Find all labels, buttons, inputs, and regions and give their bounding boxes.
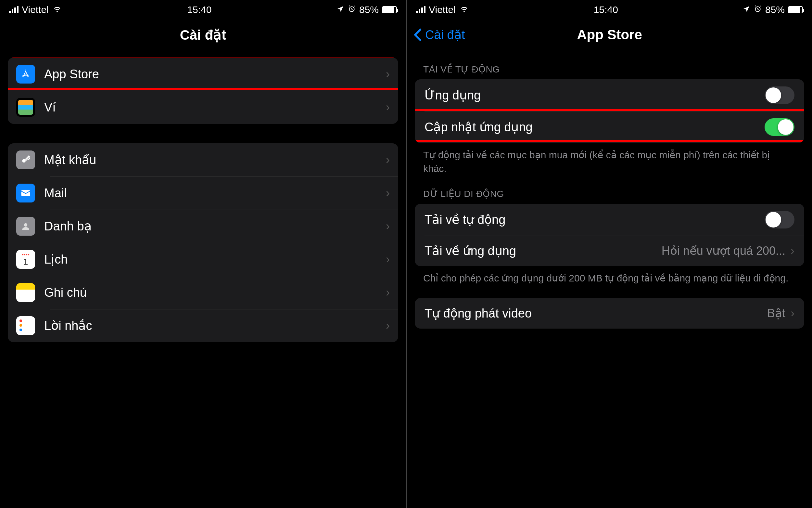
- back-label: Cài đặt: [425, 28, 465, 42]
- row-auto-download-toggle[interactable]: Tải về tự động: [415, 204, 804, 236]
- chevron-right-icon: ›: [386, 219, 390, 233]
- row-value: Hỏi nếu vượt quá 200...: [662, 244, 785, 258]
- battery-icon: [788, 6, 803, 13]
- notes-icon: [16, 283, 35, 302]
- nav-header: Cài đặt App Store: [407, 18, 812, 51]
- row-label: Danh bạ: [44, 219, 386, 234]
- toggle-auto-download[interactable]: [765, 211, 795, 228]
- appstore-icon: [16, 65, 35, 84]
- row-app-downloads[interactable]: Tải về ứng dụng Hỏi nếu vượt quá 200... …: [415, 236, 804, 266]
- settings-row-calendar[interactable]: ●●●● 1 Lịch ›: [8, 243, 398, 276]
- settings-row-contacts[interactable]: Danh bạ ›: [8, 210, 398, 243]
- group-video: Tự động phát video Bật ›: [415, 298, 804, 329]
- alarm-icon: [754, 4, 762, 15]
- row-label: Ghi chú: [44, 286, 386, 300]
- carrier-label: Viettel: [429, 4, 456, 15]
- group-cellular: Tải về tự động Tải về ứng dụng Hỏi nếu v…: [415, 204, 804, 266]
- status-time: 15:40: [187, 4, 211, 15]
- settings-row-appstore[interactable]: App Store ›: [8, 57, 398, 91]
- svg-rect-2: [21, 190, 30, 196]
- reminders-icon: [16, 316, 35, 335]
- carrier-label: Viettel: [22, 4, 49, 15]
- signal-icon: [416, 6, 426, 13]
- page-title: App Store: [577, 27, 642, 43]
- svg-point-3: [24, 223, 28, 227]
- status-bar: Viettel 15:40 85%: [407, 0, 812, 18]
- row-value: Bật: [767, 306, 785, 320]
- chevron-right-icon: ›: [386, 67, 390, 81]
- row-label: Lịch: [44, 252, 386, 266]
- alarm-icon: [347, 4, 356, 15]
- section-header-autodownload: TÀI VỀ TỰ ĐỘNG: [407, 64, 812, 79]
- settings-group-apps: Mật khẩu › Mail › Danh bạ › ●●●●: [8, 143, 398, 342]
- row-label: Ví: [44, 100, 386, 115]
- svg-point-1: [22, 159, 26, 163]
- group-autodownload: Ứng dụng Cập nhật ứng dụng: [415, 79, 804, 143]
- row-appupdates-toggle[interactable]: Cập nhật ứng dụng: [415, 111, 804, 143]
- status-bar: Viettel 15:40 85%: [0, 0, 406, 18]
- section-footer-autodownload: Tự động tải về các mục bạn mua mới (kể c…: [407, 143, 812, 175]
- row-label: Cập nhật ứng dụng: [425, 120, 765, 134]
- chevron-right-icon: ›: [386, 153, 390, 167]
- settings-row-wallet[interactable]: Ví ›: [8, 91, 398, 124]
- chevron-right-icon: ›: [791, 244, 795, 258]
- row-label: App Store: [44, 67, 386, 81]
- row-label: Tải về ứng dụng: [425, 244, 662, 258]
- calendar-icon: ●●●● 1: [16, 250, 35, 269]
- row-label: Ứng dụng: [425, 88, 765, 102]
- section-header-cellular: DỮ LIỆU DI ĐỘNG: [407, 188, 812, 204]
- row-label: Tự động phát video: [425, 306, 767, 321]
- nav-header: Cài đặt: [0, 18, 406, 51]
- chevron-right-icon: ›: [386, 253, 390, 266]
- key-icon: [16, 151, 35, 169]
- row-label: Mail: [44, 186, 386, 200]
- settings-group-store: App Store › Ví ›: [8, 57, 398, 124]
- chevron-right-icon: ›: [386, 100, 390, 114]
- row-video-autoplay[interactable]: Tự động phát video Bật ›: [415, 298, 804, 329]
- chevron-right-icon: ›: [791, 306, 795, 320]
- row-label: Mật khẩu: [44, 153, 386, 167]
- appstore-settings-screen: Viettel 15:40 85% Cài đặt App Store TÀI …: [406, 0, 812, 508]
- contacts-icon: [16, 217, 35, 236]
- back-button[interactable]: Cài đặt: [414, 28, 465, 42]
- settings-row-notes[interactable]: Ghi chú ›: [8, 276, 398, 309]
- page-title: Cài đặt: [180, 27, 226, 43]
- chevron-right-icon: ›: [386, 186, 390, 200]
- settings-main-screen: Viettel 15:40 85% Cài đặt App St: [0, 0, 406, 508]
- wifi-icon: [52, 3, 62, 16]
- wallet-icon: [16, 98, 35, 117]
- chevron-right-icon: ›: [386, 319, 390, 333]
- mail-icon: [16, 184, 35, 203]
- chevron-right-icon: ›: [386, 286, 390, 299]
- signal-icon: [9, 6, 18, 13]
- settings-row-mail[interactable]: Mail ›: [8, 176, 398, 210]
- status-time: 15:40: [594, 4, 618, 15]
- row-label: Tải về tự động: [425, 213, 765, 227]
- wifi-icon: [459, 3, 469, 16]
- location-icon: [336, 4, 344, 15]
- battery-percent: 85%: [765, 4, 785, 15]
- battery-percent: 85%: [359, 4, 379, 15]
- battery-icon: [382, 6, 397, 13]
- section-footer-cellular: Chỉ cho phép các ứng dụng dưới 200 MB tự…: [407, 266, 812, 285]
- settings-row-passwords[interactable]: Mật khẩu ›: [8, 143, 398, 176]
- row-label: Lời nhắc: [44, 319, 386, 333]
- row-apps-toggle[interactable]: Ứng dụng: [415, 79, 804, 111]
- settings-row-reminders[interactable]: Lời nhắc ›: [8, 309, 398, 342]
- toggle-apps[interactable]: [765, 86, 795, 104]
- location-icon: [743, 4, 750, 15]
- toggle-app-updates[interactable]: [765, 118, 795, 136]
